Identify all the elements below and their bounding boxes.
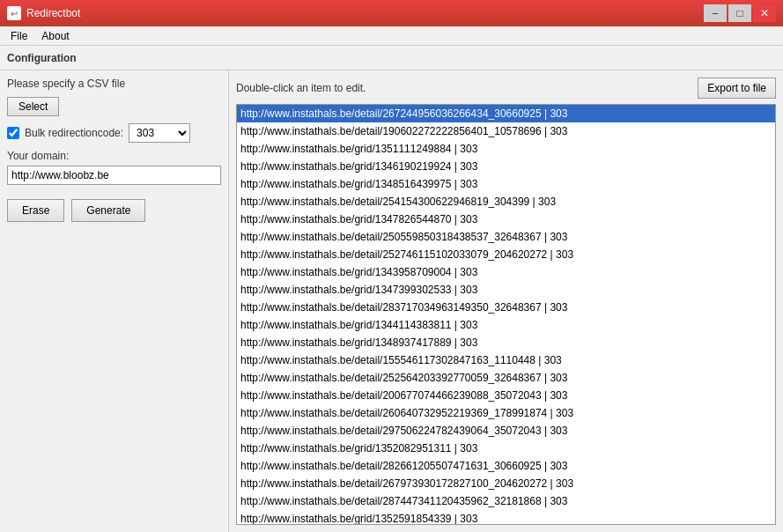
maximize-button[interactable]: □ — [728, 4, 751, 22]
bulk-checkbox[interactable] — [7, 127, 19, 139]
list-item[interactable]: http://www.instathals.be/grid/1344114383… — [237, 316, 775, 334]
bulk-label: Bulk redirectioncode: — [25, 127, 123, 139]
erase-button[interactable]: Erase — [7, 199, 64, 222]
list-item[interactable]: http://www.instathals.be/grid/1343958709… — [237, 263, 775, 281]
list-item[interactable]: http://www.instathals.be/detail/28266120… — [237, 457, 775, 475]
list-item[interactable]: http://www.instathals.be/detail/25055985… — [237, 228, 775, 246]
select-button[interactable]: Select — [7, 97, 59, 116]
toolbar: Configuration — [0, 46, 783, 70]
list-item[interactable]: http://www.instathals.be/detail/20067707… — [237, 387, 775, 404]
list-item[interactable]: http://www.instathals.be/grid/1347399302… — [237, 281, 775, 299]
list-item[interactable]: http://www.instathals.be/detail/29750622… — [237, 422, 775, 440]
window-title: Redirectbot — [26, 7, 80, 19]
list-item[interactable]: http://www.instathals.be/grid/1348516439… — [237, 175, 775, 193]
menu-bar: File About — [0, 26, 783, 46]
list-item[interactable]: http://www.instathals.be/grid/1346190219… — [237, 158, 775, 175]
close-button[interactable]: ✕ — [753, 4, 776, 22]
list-item[interactable]: http://www.instathals.be/detail/28371703… — [237, 299, 775, 316]
title-bar-left: Redirectbot — [7, 6, 80, 20]
menu-file[interactable]: File — [4, 28, 34, 44]
list-item[interactable]: http://www.instathals.be/detail/25274611… — [237, 246, 775, 263]
list-item[interactable]: http://www.instathals.be/detail/28744734… — [237, 492, 775, 510]
window-controls: – □ ✕ — [704, 4, 776, 22]
list-item[interactable]: http://www.instathals.be/detail/26797393… — [237, 475, 775, 492]
main-content: Please specify a CSV file Select Bulk re… — [0, 70, 783, 532]
generate-button[interactable]: Generate — [71, 199, 145, 222]
domain-section: Your domain: — [7, 150, 221, 185]
list-item[interactable]: http://www.instathals.be/grid/1347826544… — [237, 211, 775, 228]
export-button[interactable]: Export to file — [698, 78, 776, 99]
csv-row: Please specify a CSV file — [7, 78, 221, 90]
left-panel: Please specify a CSV file Select Bulk re… — [0, 70, 229, 532]
list-container[interactable]: http://www.instathals.be/detail/26724495… — [236, 104, 776, 525]
csv-button-row: Select — [7, 97, 221, 116]
list-item[interactable]: http://www.instathals.be/grid/1351111249… — [237, 140, 775, 158]
app-icon — [7, 6, 21, 20]
list-item[interactable]: http://www.instathals.be/detail/19060227… — [237, 122, 775, 140]
list-item[interactable]: http://www.instathals.be/detail/15554611… — [237, 351, 775, 369]
list-item[interactable]: http://www.instathals.be/grid/1352082951… — [237, 440, 775, 457]
menu-about[interactable]: About — [34, 28, 76, 44]
list-item[interactable]: http://www.instathals.be/grid/1348937417… — [237, 334, 775, 351]
right-panel: Double-click an item to edit. Export to … — [229, 70, 783, 532]
action-row: Erase Generate — [7, 199, 221, 222]
hint-text: Double-click an item to edit. — [236, 82, 366, 94]
bulk-row: Bulk redirectioncode: 301 302 303 — [7, 123, 221, 143]
domain-label: Your domain: — [7, 150, 221, 162]
list-item[interactable]: http://www.instathals.be/detail/25415430… — [237, 193, 775, 211]
title-bar: Redirectbot – □ ✕ — [0, 0, 783, 26]
minimize-button[interactable]: – — [704, 4, 727, 22]
list-item[interactable]: http://www.instathals.be/detail/25256420… — [237, 369, 775, 387]
right-header: Double-click an item to edit. Export to … — [236, 78, 776, 99]
list-item[interactable]: http://www.instathals.be/grid/1352591854… — [237, 510, 775, 525]
toolbar-label: Configuration — [7, 52, 77, 64]
csv-label: Please specify a CSV file — [7, 78, 125, 90]
list-item[interactable]: http://www.instathals.be/detail/26724495… — [237, 105, 775, 122]
bulk-select[interactable]: 301 302 303 — [129, 123, 190, 143]
domain-input[interactable] — [7, 166, 221, 185]
list-item[interactable]: http://www.instathals.be/detail/26064073… — [237, 404, 775, 422]
